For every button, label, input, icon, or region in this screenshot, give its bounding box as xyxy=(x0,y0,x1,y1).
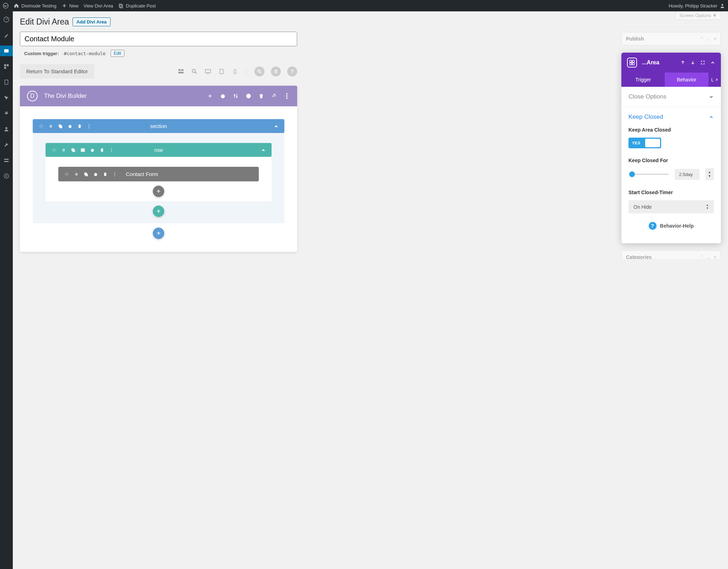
svg-point-25 xyxy=(234,95,235,96)
trash-icon[interactable] xyxy=(77,123,82,129)
sidebar-plugins[interactable] xyxy=(0,108,13,119)
sidebar-settings[interactable] xyxy=(0,155,13,166)
sidebar-divi[interactable] xyxy=(0,171,13,181)
zoom-icon[interactable] xyxy=(191,68,198,75)
gear-icon[interactable] xyxy=(74,171,79,177)
duplicate-link[interactable]: Duplicate Post xyxy=(118,3,156,9)
more-icon[interactable] xyxy=(284,93,290,99)
add-row-button[interactable]: + xyxy=(153,206,164,217)
add-module-button[interactable]: + xyxy=(153,186,164,197)
power-icon[interactable] xyxy=(220,93,226,99)
duplicate-icon[interactable] xyxy=(58,123,63,129)
trash-icon[interactable] xyxy=(102,171,108,177)
tab-trigger[interactable]: Trigger xyxy=(621,73,665,87)
behavior-help-link[interactable]: Behavior-Help xyxy=(660,223,694,229)
new-link[interactable]: New xyxy=(61,3,79,9)
admin-sidebar xyxy=(0,11,13,259)
wp-logo[interactable] xyxy=(3,3,9,9)
more-icon[interactable] xyxy=(112,171,117,177)
keep-area-closed-label: Keep Area Closed xyxy=(628,127,714,133)
keep-closed-section-header[interactable]: Keep Closed xyxy=(621,107,721,127)
phone-view-icon[interactable] xyxy=(231,68,239,75)
chevron-up-icon[interactable] xyxy=(273,123,279,129)
module-bar[interactable]: Contact Form xyxy=(58,167,259,181)
help-icon[interactable]: ? xyxy=(649,222,657,230)
keep-area-closed-toggle[interactable]: YES xyxy=(628,138,661,148)
sliders-icon[interactable] xyxy=(232,93,239,99)
move-icon[interactable] xyxy=(38,123,44,129)
toggle-icon[interactable]: ▾ xyxy=(714,36,716,42)
row-bar[interactable]: row xyxy=(46,143,272,157)
power-icon[interactable] xyxy=(67,123,73,129)
expand-icon[interactable] xyxy=(700,60,705,65)
sidebar-posts[interactable] xyxy=(0,30,13,41)
categories-label: Categories xyxy=(626,254,652,259)
duplicate-icon[interactable] xyxy=(83,171,89,177)
trash-icon[interactable] xyxy=(258,93,264,99)
sidebar-users[interactable] xyxy=(0,124,13,134)
duplicate-icon[interactable] xyxy=(70,147,76,153)
chevron-down-icon[interactable]: ⌄ xyxy=(707,36,711,42)
toggle-icon[interactable]: ▾ xyxy=(714,254,716,259)
user-greeting[interactable]: Howdy, Philipp Stracker xyxy=(669,3,725,9)
gear-icon[interactable] xyxy=(271,93,277,99)
power-icon[interactable] xyxy=(90,147,95,153)
sidebar-comments[interactable] xyxy=(0,92,13,103)
tab-behavior[interactable]: Behavior xyxy=(665,73,708,87)
svg-rect-8 xyxy=(4,67,6,69)
layers-circle-icon[interactable] xyxy=(271,67,281,76)
chevron-up-icon[interactable] xyxy=(261,147,266,153)
sidebar-divi-areas[interactable] xyxy=(0,46,13,56)
svg-point-37 xyxy=(89,127,89,128)
move-icon[interactable] xyxy=(64,171,69,177)
more-icon[interactable] xyxy=(86,123,92,129)
start-closed-timer-select[interactable]: On Hide ▲▼ xyxy=(628,200,714,213)
history-icon[interactable] xyxy=(245,93,252,99)
add-divi-area-button[interactable]: Add Divi Area xyxy=(73,17,111,26)
sidebar-tools[interactable] xyxy=(0,139,13,150)
power-icon[interactable] xyxy=(93,171,98,177)
svg-point-26 xyxy=(236,96,237,97)
keep-closed-slider[interactable] xyxy=(628,174,669,175)
tab-more[interactable]: L xyxy=(708,73,721,87)
arrow-down-icon[interactable] xyxy=(690,60,695,65)
close-options-section-header[interactable]: Close Options xyxy=(621,87,721,107)
categories-metabox[interactable]: Categories ⌃ ⌄ ▾ xyxy=(621,250,721,259)
post-title-input[interactable] xyxy=(20,32,297,46)
help-circle-icon[interactable]: ? xyxy=(287,67,297,76)
svg-rect-1 xyxy=(119,4,122,7)
divi-builder-header: D The Divi Builder xyxy=(20,86,297,106)
return-to-standard-editor-button[interactable]: Return To Standard Editor xyxy=(20,64,94,79)
sidebar-dashboard[interactable] xyxy=(0,14,13,25)
site-name-link[interactable]: Divimode Testing xyxy=(14,3,57,9)
gear-icon[interactable] xyxy=(61,147,66,153)
sidebar-pages[interactable] xyxy=(0,77,13,87)
view-area-link[interactable]: View Divi Area xyxy=(84,3,113,9)
sidebar-media[interactable] xyxy=(0,61,13,72)
section-bar[interactable]: section xyxy=(33,119,284,133)
chevron-up-icon[interactable]: ⌃ xyxy=(700,254,704,259)
divi-builder: D The Divi Builder section xyxy=(20,86,297,252)
gear-icon[interactable] xyxy=(48,123,53,129)
svg-rect-12 xyxy=(4,161,9,162)
slider-thumb[interactable] xyxy=(629,171,635,177)
desktop-view-icon[interactable] xyxy=(204,68,212,75)
add-icon[interactable] xyxy=(207,93,213,99)
tablet-view-icon[interactable] xyxy=(218,68,225,75)
arrow-up-icon[interactable] xyxy=(680,60,685,65)
add-section-button[interactable]: + xyxy=(153,228,164,239)
wireframe-view-icon[interactable] xyxy=(177,68,184,75)
more-icon[interactable] xyxy=(109,147,114,153)
chevron-up-icon[interactable] xyxy=(710,60,715,65)
edit-trigger-button[interactable]: Edit xyxy=(111,50,124,57)
publish-metabox[interactable]: Publish ⌃ ⌄ ▾ xyxy=(621,32,721,46)
value-stepper[interactable]: ▲▼ xyxy=(705,168,714,180)
trash-icon[interactable] xyxy=(99,147,105,153)
chevron-down-icon[interactable]: ⌄ xyxy=(707,254,711,259)
columns-icon[interactable] xyxy=(80,147,85,153)
search-circle-icon[interactable] xyxy=(255,67,264,76)
keep-closed-value[interactable]: 2.5day xyxy=(675,169,700,180)
chevron-up-icon[interactable]: ⌃ xyxy=(700,36,704,42)
screen-options-toggle[interactable]: Screen Options ▼ xyxy=(675,11,721,20)
move-icon[interactable] xyxy=(51,147,57,153)
